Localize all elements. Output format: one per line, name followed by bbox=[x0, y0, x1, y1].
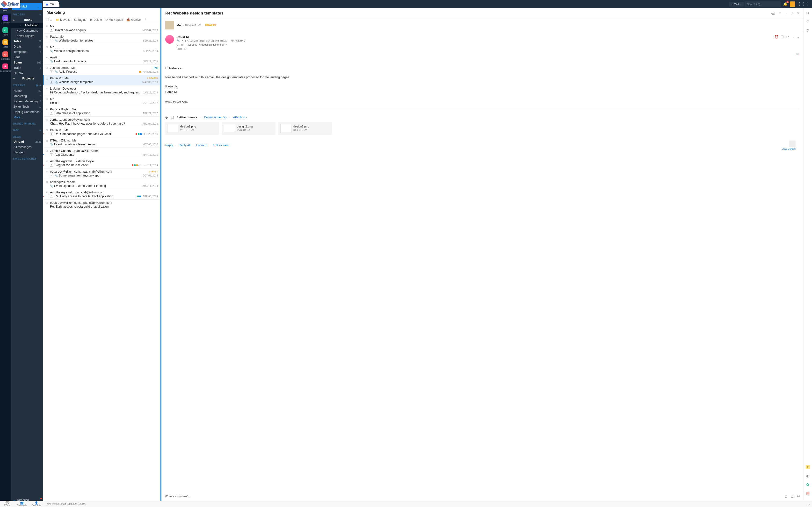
view-flagged[interactable]: Flagged bbox=[11, 150, 43, 155]
widgets-icon[interactable]: ♡ bbox=[806, 19, 809, 24]
search-scope-button[interactable]: ⌕ Mail ⌄ bbox=[729, 2, 744, 6]
collapse-attachments-icon[interactable]: ⊖ bbox=[165, 116, 168, 119]
tab-mail[interactable]: ▣ Mail bbox=[43, 1, 59, 7]
mark-spam-button[interactable]: ⊘Mark spam bbox=[105, 18, 123, 21]
rail-notes[interactable]: ▤Notes bbox=[0, 38, 11, 50]
conversation-row[interactable]: ✉eduardov@zillum.com... patriciab@zillum… bbox=[43, 200, 160, 210]
folder-projects[interactable]: ▸Projects bbox=[11, 76, 43, 81]
bottom-search-icon[interactable]: ⌕ bbox=[808, 502, 810, 506]
stream-more-[interactable]: More .. bbox=[11, 115, 43, 120]
conversation-row[interactable]: ✉⚑Amritha Agrawal... Patricia Boyle6Blog… bbox=[43, 158, 160, 169]
insert-task-icon[interactable]: ☑ bbox=[791, 495, 794, 498]
view-all-messages[interactable]: All messages bbox=[11, 145, 43, 150]
folder-sent[interactable]: Sent bbox=[11, 55, 43, 60]
add-stream-icon[interactable]: ⊕ + bbox=[36, 83, 41, 87]
conversation-row[interactable]: ✉Me3Travel package enquiryNOV 04, 2019 bbox=[43, 23, 160, 34]
streams-icon[interactable]: 💬 bbox=[771, 12, 775, 15]
avatar[interactable] bbox=[790, 1, 795, 7]
conversation-row[interactable]: ✉Paul... Me2📎Website design templatesSEP… bbox=[43, 34, 160, 44]
conversation-row[interactable]: ▦ITTeam Zillum... Me📎Event Invitation - … bbox=[43, 137, 160, 148]
folder-drafts[interactable]: Drafts86 bbox=[11, 44, 43, 49]
attachment-card[interactable]: design1.png20.3 KB 🏷 bbox=[165, 122, 219, 135]
folder-templates[interactable]: Templates4 bbox=[11, 49, 43, 55]
popout-icon[interactable]: ↗ bbox=[791, 12, 794, 15]
reply-all-link[interactable]: Reply All bbox=[179, 144, 191, 147]
delete-button[interactable]: 🗑Delete bbox=[90, 18, 102, 21]
help-icon[interactable]: ? bbox=[807, 28, 809, 32]
rail-contacts[interactable]: ☺Contacts bbox=[0, 50, 11, 62]
tag-icon[interactable]: 🏷 bbox=[305, 129, 307, 131]
integration-2-icon[interactable]: ✿ bbox=[806, 483, 809, 487]
folder-trash[interactable]: Trash1 bbox=[11, 65, 43, 70]
integration-3-icon[interactable]: ▤ bbox=[806, 491, 810, 495]
add-tag-icon[interactable]: 🏷 bbox=[184, 47, 186, 50]
expand-recipients-icon[interactable]: ⊖ bbox=[176, 43, 179, 46]
conversation-row[interactable]: ✉Joshua Lenin... Me⚑13📎Agile ProcessAPR … bbox=[43, 65, 160, 75]
reminder-icon[interactable]: ⏰ bbox=[774, 35, 778, 46]
conversation-row[interactable]: ✉Me📎Website design templatesSEP 28, 2019 bbox=[43, 44, 160, 54]
folder-outbox[interactable]: Outbox bbox=[11, 70, 43, 76]
conversation-row[interactable]: ✉Jordan... support@zylker.comChat : Hey … bbox=[43, 117, 160, 127]
integration-1-icon[interactable]: ◐ bbox=[806, 474, 809, 478]
more-icon[interactable]: ⌄ bbox=[797, 35, 800, 46]
conversation-row[interactable]: Paula M... Me2 DRAFTS1📎Website design te… bbox=[43, 75, 160, 86]
folder-tome[interactable]: ToMe29 bbox=[11, 39, 43, 44]
attachment-card[interactable]: design2.png25.6 KB 🏷 bbox=[222, 122, 275, 135]
folder-new-customers[interactable]: New Customers bbox=[11, 28, 43, 33]
rail-tasks[interactable]: ✓Tasks bbox=[0, 25, 11, 38]
notifications-button[interactable]: 🔔 2 bbox=[782, 2, 789, 6]
settings-icon[interactable]: ⚙ bbox=[806, 11, 809, 15]
archive-button[interactable]: 📥Archive bbox=[126, 18, 141, 21]
stream-chip[interactable]: MARKETING bbox=[231, 39, 246, 42]
folder-inbox[interactable]: ▸Inbox bbox=[11, 17, 43, 23]
stream-zylgear-marketing[interactable]: Zylgear Marketing1 bbox=[11, 99, 43, 104]
view-shares-link[interactable]: View 1 share bbox=[781, 148, 796, 150]
more-actions-button[interactable]: ⋮ bbox=[144, 18, 147, 21]
apps-grid-icon[interactable]: ⋮⋮⋮ bbox=[796, 2, 811, 6]
move-to-button[interactable]: 📁Move to bbox=[56, 18, 70, 21]
stream-home[interactable]: Home89 bbox=[11, 88, 43, 94]
tag-icon[interactable]: 🏷 bbox=[191, 129, 194, 131]
forward-icon[interactable]: → bbox=[791, 35, 794, 46]
edit-as-new-link[interactable]: Edit as new bbox=[213, 144, 229, 147]
add-tag-icon[interactable]: + bbox=[39, 128, 41, 132]
stream-marketing[interactable]: Marketing8 bbox=[11, 94, 43, 99]
bottom-channels[interactable]: 👥Channels bbox=[14, 501, 29, 507]
reply-icon[interactable]: ↩ bbox=[786, 35, 789, 46]
folder-spam[interactable]: Spam107 bbox=[11, 60, 43, 65]
stream-unplug-conference[interactable]: Unplug Conference9 bbox=[11, 109, 43, 115]
mention-icon[interactable]: @ bbox=[797, 495, 800, 498]
reader-mode-icon[interactable]: 📖 bbox=[796, 52, 800, 56]
conversation-row[interactable]: ✉Austin📎Fwd: Beautiful locationsJUN 12, … bbox=[43, 54, 160, 65]
folder-marketing[interactable]: ⇄Marketing bbox=[11, 23, 43, 28]
task-icon[interactable]: ☐ bbox=[781, 35, 784, 46]
close-icon[interactable]: ✕ bbox=[797, 12, 800, 15]
conversation-row[interactable]: ✉eduardov@zillum.com... patriciab@zillum… bbox=[43, 169, 160, 179]
conversation-row[interactable]: ✉⚑Paula M... Me2Re. Comparison page: Zoh… bbox=[43, 127, 160, 137]
bottom-contacts[interactable]: 👤Contacts bbox=[29, 501, 44, 507]
conversation-row[interactable]: ▦admin@zillum.com📎Event Updated - Demo V… bbox=[43, 179, 160, 189]
tag-as-button[interactable]: 🏷Tag as bbox=[74, 18, 86, 21]
conversation-row[interactable]: ✉MeHello !OCT 10, 2017 bbox=[43, 96, 160, 106]
prev-message-icon[interactable]: ⌃ bbox=[779, 12, 781, 15]
tag-icon[interactable]: 🏷 bbox=[248, 129, 251, 131]
attachment-card[interactable]: design3.png81.4 KB 🏷 bbox=[278, 122, 332, 135]
activity-badge[interactable]: 2 bbox=[806, 465, 810, 469]
stream-zylker-tech[interactable]: Zylker Tech10 bbox=[11, 104, 43, 109]
comment-input[interactable] bbox=[165, 495, 784, 498]
flag-icon[interactable]: ⚑ bbox=[181, 39, 184, 42]
logo[interactable]: Zylker bbox=[0, 0, 20, 8]
draft-summary[interactable]: Me · 10:52 AM · 🏷 · DRAFTS bbox=[161, 18, 803, 32]
folder-new-projects[interactable]: New Projects bbox=[11, 33, 43, 39]
insert-text-icon[interactable]: 🗏 bbox=[784, 495, 788, 498]
select-all-attachments[interactable] bbox=[171, 116, 174, 119]
search-input[interactable] bbox=[745, 1, 781, 7]
conversation-row[interactable]: ✉⚑Zombie Cutters... leads@zillum.com3App… bbox=[43, 148, 160, 158]
rail-bookmarks[interactable]: ★Bookmarks bbox=[0, 62, 11, 74]
view-unread[interactable]: Unread2533 bbox=[11, 139, 43, 145]
checkbox[interactable] bbox=[46, 77, 48, 79]
rail-calendar[interactable]: ▦Calendar bbox=[0, 13, 11, 25]
conversation-row[interactable]: ✉Li Jung - DeveloperHi Rebecca Anderson,… bbox=[43, 86, 160, 96]
conversation-row[interactable]: ✉Patricia Boyle... Me3Beta release of ap… bbox=[43, 106, 160, 117]
next-message-icon[interactable]: ⌄ bbox=[785, 12, 788, 15]
